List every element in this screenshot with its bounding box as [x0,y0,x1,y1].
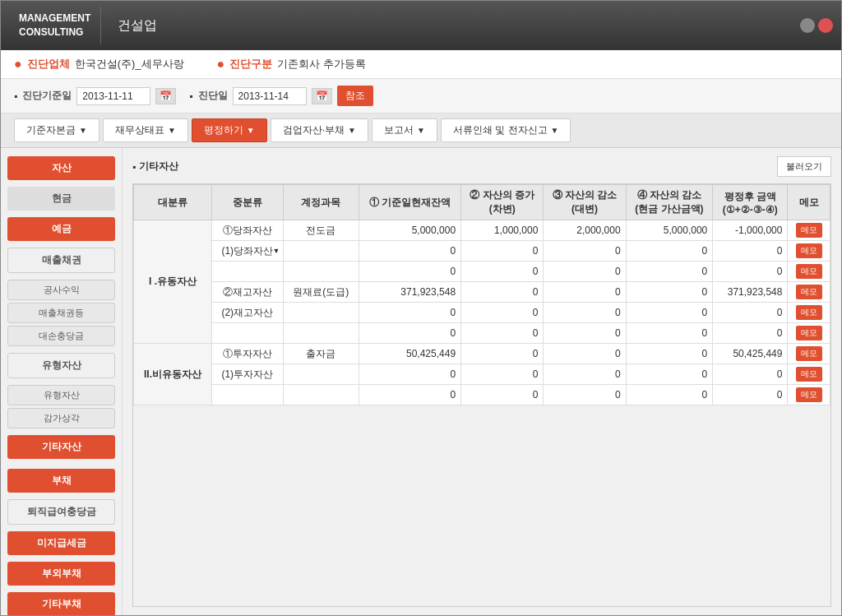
memo-button-4[interactable]: 메모 [796,285,822,299]
td-account-9 [283,385,359,405]
td-account-4: 원재료(도급) [283,282,359,303]
td-inc-4: 0 [461,282,544,303]
td-adj-4: 371,923,548 [713,282,788,303]
base-date-label: 진단기준일 [22,89,72,103]
memo-button-7[interactable]: 메모 [796,346,822,361]
sidebar-btn-other-debt[interactable]: 기타부채 [7,592,115,615]
td-base-6: 0 [359,323,461,344]
td-memo-1: 메모 [788,220,830,241]
toolbar-btn-rating[interactable]: 평정하기 ▼ [192,118,267,142]
sidebar-btn-assets[interactable]: 자산 [7,156,115,180]
sidebar-item-tangible[interactable]: 유형자산 [7,353,115,378]
memo-button-5[interactable]: 메모 [796,305,822,320]
toolbar-btn-report[interactable]: 보고서 ▼ [372,118,437,142]
td-cash-7: 0 [626,344,713,364]
toolbar-btn-financial-label: 재무상태표 [115,123,164,137]
sidebar-item-tax[interactable]: 미지급세금 [7,531,115,555]
td-adj-3: 0 [713,262,788,282]
sidebar-item-deposit[interactable]: 예금 [7,217,115,241]
td-adj-8: 0 [713,364,788,385]
td-base-3: 0 [359,262,461,282]
minimize-button[interactable] [800,18,815,33]
td-base-4: 371,923,548 [359,282,461,303]
toolbar-btn-capital[interactable]: 기준자본금 ▼ [14,118,99,142]
memo-button-6[interactable]: 메모 [796,326,822,340]
memo-button-3[interactable]: 메모 [796,264,822,279]
td-base-8: 0 [359,364,461,385]
date-input[interactable] [233,87,307,105]
td-account-8 [283,364,359,385]
base-date-calendar-button[interactable]: 📅 [155,88,176,104]
sidebar-btn-tangible[interactable]: 유형자산 [7,353,115,378]
td-sub-inventory: ②재고자산 [211,282,283,303]
sidebar-group-receivable: 공사수익 매출채권등 대손충당금 [7,280,115,346]
sidebar-sub-bad-debt[interactable]: 대손충당금 [7,326,115,346]
sidebar-btn-retirement[interactable]: 퇴직급여충당금 [7,499,115,525]
td-dec-2: 0 [544,241,626,262]
sidebar-item-other-assets[interactable]: 기타자산 [7,435,115,459]
sidebar-btn-cash[interactable]: 현금 [7,187,115,211]
sidebar-btn-debt[interactable]: 부채 [7,469,115,493]
titlebar-controls [800,18,833,33]
load-button[interactable]: 불러오기 [777,156,831,177]
td-cash-6: 0 [626,323,713,344]
toolbar-btn-report-label: 보고서 [384,123,414,137]
toolbar-btn-assets[interactable]: 검업자산·부채 ▼ [271,118,368,142]
sidebar-item-assets[interactable]: 자산 [7,156,115,180]
sidebar-item-debt[interactable]: 부채 [7,469,115,493]
sidebar-item-retirement[interactable]: 퇴직급여충당금 [7,499,115,525]
date-calendar-button[interactable]: 📅 [312,88,332,104]
td-memo-2: 메모 [788,241,830,262]
td-dec-7: 0 [544,344,626,364]
memo-button-9[interactable]: 메모 [796,387,822,402]
toolbar-btn-assets-label: 검업자산·부채 [283,123,345,137]
sidebar-btn-off-balance[interactable]: 부외부채 [7,562,115,586]
titlebar-left: MANAGEMENT CONSULTING 건설업 [9,7,173,44]
memo-button-8[interactable]: 메모 [796,367,822,382]
td-adj-6: 0 [713,323,788,344]
th-base-balance: ① 기준일현재잔액 [359,185,461,220]
date-label: 진단일 [198,89,228,103]
date-dot: ▪ [189,90,192,102]
toolbar-btn-financial-arrow: ▼ [168,126,176,135]
sidebar-btn-other-assets[interactable]: 기타자산 [7,435,115,459]
memo-button-2[interactable]: 메모 [796,243,822,258]
td-adj-7: 50,425,449 [713,344,788,364]
sidebar-item-cash[interactable]: 현금 [7,187,115,211]
td-dec-3: 0 [544,262,626,282]
td-memo-3: 메모 [788,262,830,282]
content-area: ▪ 기타자산 불러오기 대분류 중분류 계정과목 ① 기준일현재잔액 ② 자산의… [123,148,841,615]
sidebar-item-other-debt[interactable]: 기타부채 [7,592,115,615]
memo-button-1[interactable]: 메모 [796,223,822,238]
td-sub-empty-2 [211,385,283,405]
td-account-2 [283,241,359,262]
sidebar-btn-tax[interactable]: 미지급세금 [7,531,115,555]
td-adj-9: 0 [713,385,788,405]
table-header-row: 대분류 중분류 계정과목 ① 기준일현재잔액 ② 자산의 증가(차변) ③ 자산… [134,185,830,220]
sidebar-sub-depreciation[interactable]: 감가상각 [7,408,115,428]
sidebar-btn-receivable[interactable]: 매출채권 [7,248,115,273]
sidebar-sub-tangible-assets[interactable]: 유형자산 [7,385,115,405]
td-inc-8: 0 [461,364,544,385]
section-title-left: ▪ 기타자산 [132,160,178,174]
td-memo-9: 메모 [788,385,830,405]
close-button[interactable] [818,18,833,33]
sidebar-item-off-balance[interactable]: 부외부채 [7,562,115,586]
toolbar-btn-capital-arrow: ▼ [79,126,87,135]
ref-button[interactable]: 참조 [337,86,373,106]
table-row: II.비유동자산 ①투자자산 출자금 50,425,449 0 0 0 50,4… [134,344,830,364]
base-date-input[interactable] [76,87,150,105]
td-inc-3: 0 [461,262,544,282]
toolbar-btn-financial[interactable]: 재무상태표 ▼ [103,118,188,142]
toolbar-btn-assets-arrow: ▼ [348,126,356,135]
td-dec-8: 0 [544,364,626,385]
toolbar-btn-print[interactable]: 서류인쇄 및 전자신고 ▼ [441,118,571,142]
main-area: 자산 현금 예금 매출채권 공사수익 매출채권등 대손충당금 유형자산 유형자산… [1,148,841,615]
table-row: I .유동자산 ①당좌자산 전도금 5,000,000 1,000,000 2,… [134,220,830,241]
sidebar-item-receivable[interactable]: 매출채권 [7,248,115,273]
toolbar-btn-rating-label: 평정하기 [204,123,243,137]
sidebar-btn-deposit[interactable]: 예금 [7,217,115,241]
toolbar-btn-rating-arrow: ▼ [247,126,255,135]
sidebar-sub-construction-revenue[interactable]: 공사수익 [7,280,115,300]
sidebar-sub-receivable-etc[interactable]: 매출채권등 [7,303,115,323]
